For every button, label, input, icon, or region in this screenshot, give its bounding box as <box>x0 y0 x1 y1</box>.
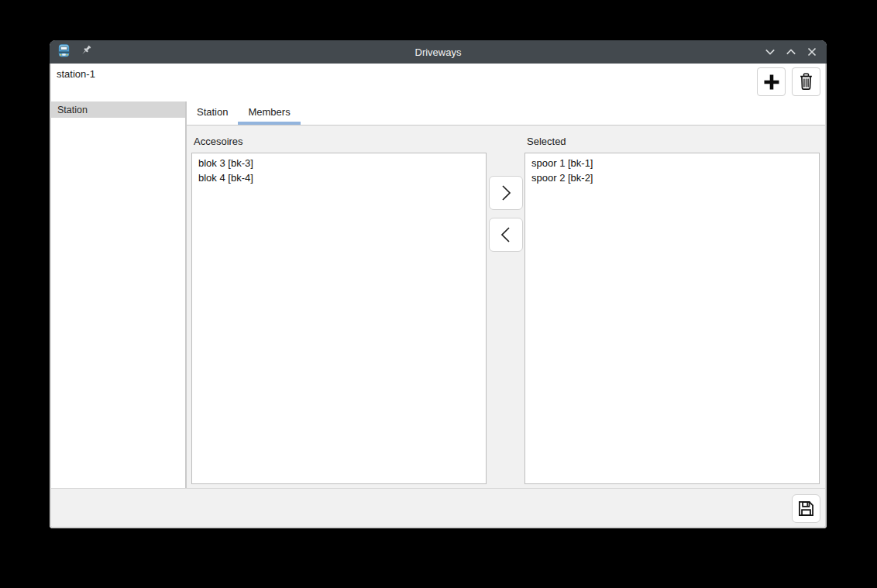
titlebar[interactable]: Driveways <box>50 40 827 64</box>
minimize-button[interactable] <box>762 44 778 60</box>
add-button[interactable] <box>757 67 786 96</box>
window-title: Driveways <box>50 46 827 58</box>
chevron-up-icon <box>786 48 796 56</box>
tab-station[interactable]: Station <box>187 101 238 125</box>
trash-icon <box>798 73 814 91</box>
chevron-left-icon <box>497 225 514 245</box>
move-left-button[interactable] <box>489 218 523 252</box>
floppy-icon <box>797 500 815 518</box>
titlebar-icons <box>50 43 92 61</box>
list-item[interactable]: spoor 2 [bk-2] <box>525 170 819 185</box>
available-list-label: Accesoires <box>194 136 243 147</box>
station-name-label: station-1 <box>57 68 95 80</box>
sidebar-header: Station <box>51 101 185 118</box>
chevron-down-icon <box>765 48 776 56</box>
driveways-window: Driveways station-1 <box>50 40 827 528</box>
pin-icon[interactable] <box>80 44 92 60</box>
train-icon <box>57 43 71 61</box>
main-panel: Station Members Accesoires blok 3 [bk-3]… <box>187 101 825 488</box>
footer-bar <box>51 488 825 527</box>
list-item[interactable]: spoor 1 [bk-1] <box>525 156 819 170</box>
station-sidebar: Station <box>51 101 187 488</box>
window-controls <box>762 40 820 64</box>
list-item[interactable]: blok 4 [bk-4] <box>192 170 486 185</box>
tab-members[interactable]: Members <box>238 101 300 125</box>
members-content: Accesoires blok 3 [bk-3]blok 4 [bk-4] Se… <box>187 126 825 488</box>
save-button[interactable] <box>792 494 820 523</box>
plus-icon <box>762 73 781 91</box>
selected-list: spoor 1 [bk-1]spoor 2 [bk-2] <box>524 153 820 484</box>
x-icon <box>807 47 817 57</box>
delete-button[interactable] <box>792 67 820 96</box>
station-list[interactable] <box>51 118 185 488</box>
chevron-right-icon <box>497 183 514 203</box>
tab-bar: Station Members <box>187 101 825 126</box>
maximize-button[interactable] <box>783 44 799 60</box>
move-right-button[interactable] <box>489 176 523 210</box>
available-list: blok 3 [bk-3]blok 4 [bk-4] <box>191 153 487 484</box>
close-button[interactable] <box>804 44 820 60</box>
list-item[interactable]: blok 3 [bk-3] <box>192 156 486 170</box>
selected-list-label: Selected <box>527 136 566 147</box>
